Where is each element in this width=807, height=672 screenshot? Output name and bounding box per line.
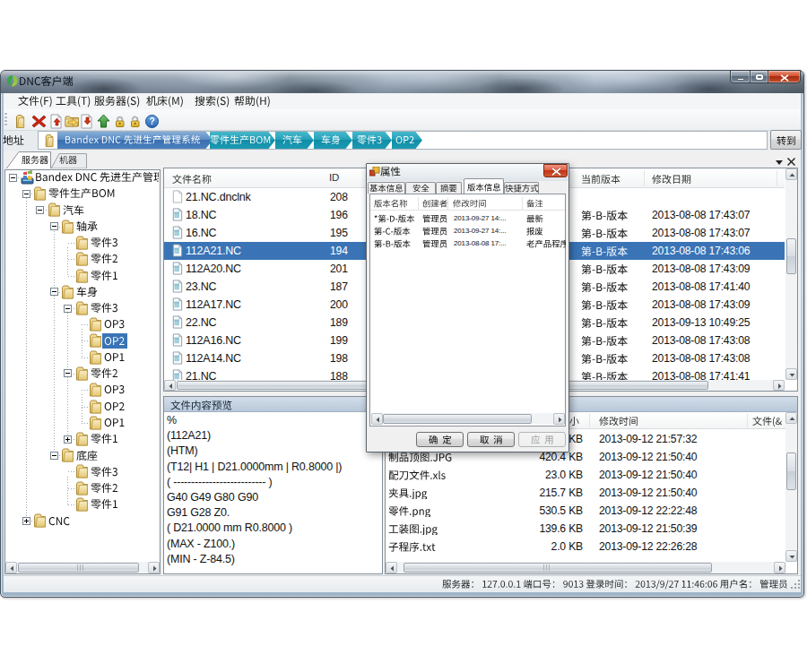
svg-text:?: ? [149,116,154,126]
